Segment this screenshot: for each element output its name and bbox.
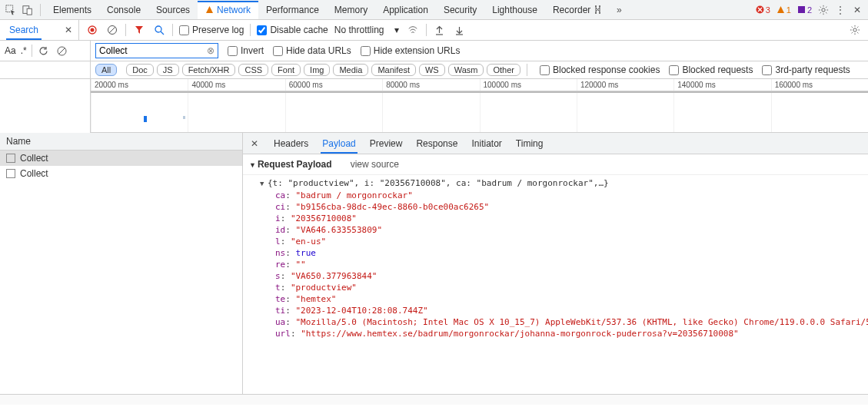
detail-tab-payload[interactable]: Payload xyxy=(321,134,357,154)
payload-property[interactable]: id: "VA646.633553809" xyxy=(275,224,859,236)
payload-property[interactable]: l: "en-us" xyxy=(275,236,859,247)
separator xyxy=(426,24,427,36)
payload-property[interactable]: i: "20356710008" xyxy=(275,213,859,224)
refresh-icon[interactable] xyxy=(37,44,51,58)
view-source-link[interactable]: view source xyxy=(351,159,399,170)
type-pill-doc[interactable]: Doc xyxy=(126,64,154,76)
hide-data-urls-checkbox[interactable]: Hide data URLs xyxy=(273,45,351,56)
payload-property[interactable]: url: "https://www.hemtex.se/badrum/morgo… xyxy=(275,328,859,339)
preserve-log-checkbox[interactable]: Preserve log xyxy=(179,25,244,35)
network-settings-gear-icon[interactable] xyxy=(848,23,862,37)
request-row[interactable]: Collect xyxy=(0,151,242,166)
payload-property[interactable]: ua: "Mozilla/5.0 (Macintosh; Intel Mac O… xyxy=(275,316,859,328)
detail-tab-response[interactable]: Response xyxy=(414,134,459,154)
search-tab-label[interactable]: Search xyxy=(6,21,42,40)
type-pill-manifest[interactable]: Manifest xyxy=(371,64,416,76)
main-content: Name CollectCollect ✕ HeadersPayloadPrev… xyxy=(0,133,868,394)
tab-network[interactable]: Network xyxy=(198,1,258,19)
payload-property[interactable]: te: "hemtex" xyxy=(275,293,859,305)
timeline-tick: 20000 ms xyxy=(91,79,188,91)
search-icon[interactable] xyxy=(152,23,166,37)
type-pill-img[interactable]: Img xyxy=(304,64,330,76)
timeline-overview[interactable] xyxy=(91,91,868,133)
errors-badge[interactable]: 3 xyxy=(756,5,770,15)
svg-line-15 xyxy=(161,31,164,35)
third_party-checkbox[interactable]: 3rd-party requests xyxy=(762,65,850,75)
hide-ext-urls-checkbox[interactable]: Hide extension URLs xyxy=(361,45,461,56)
export-har-icon[interactable] xyxy=(453,23,467,37)
payload-summary-row[interactable]: ▼{t: "productview", i: "20356710008", ca… xyxy=(260,177,859,190)
separator xyxy=(527,64,527,76)
more-tabs-icon[interactable]: » xyxy=(611,2,627,18)
tab-security[interactable]: Security xyxy=(436,1,484,19)
clear-search-icon[interactable] xyxy=(55,44,69,58)
type-pill-font[interactable]: Font xyxy=(271,64,301,76)
detail-tab-initiator[interactable]: Initiator xyxy=(470,134,503,154)
type-pill-ws[interactable]: WS xyxy=(419,64,445,76)
invert-checkbox[interactable]: Invert xyxy=(228,45,264,56)
type-pill-css[interactable]: CSS xyxy=(238,64,268,76)
match-case-toggle[interactable]: Aa xyxy=(5,45,16,56)
detail-tab-headers[interactable]: Headers xyxy=(272,134,310,154)
tab-elements[interactable]: Elements xyxy=(45,1,99,19)
payload-property[interactable]: re: "" xyxy=(275,259,859,270)
name-column-header[interactable]: Name xyxy=(0,133,242,151)
filter-input[interactable]: ⊗ xyxy=(95,43,218,58)
clear-icon[interactable] xyxy=(105,23,119,37)
type-pill-js[interactable]: JS xyxy=(157,64,179,76)
tab-performance[interactable]: Performance xyxy=(258,1,327,19)
record-icon[interactable] xyxy=(85,23,99,37)
payload-section-header[interactable]: ▼Request Payload view source xyxy=(243,154,868,175)
network-conditions-icon[interactable] xyxy=(406,23,420,37)
detail-tab-preview[interactable]: Preview xyxy=(368,134,404,154)
svg-point-3 xyxy=(595,5,597,7)
import-har-icon[interactable] xyxy=(433,23,447,37)
separator xyxy=(172,24,173,36)
svg-point-11 xyxy=(91,28,95,32)
detail-tab-timing[interactable]: Timing xyxy=(514,134,545,154)
type-pill-fetch-xhr[interactable]: Fetch/XHR xyxy=(182,64,236,76)
payload-property[interactable]: t: "productview" xyxy=(275,282,859,293)
tab-lighthouse[interactable]: Lighthouse xyxy=(484,1,545,19)
disable-cache-checkbox[interactable]: Disable cache xyxy=(257,25,328,35)
warnings-badge[interactable]: 1 xyxy=(777,5,791,15)
payload-property[interactable]: ca: "badrum / morgonrockar" xyxy=(275,190,859,201)
filter-input-field[interactable] xyxy=(99,45,207,56)
close-devtools-icon[interactable]: ✕ xyxy=(850,2,865,18)
tab-console[interactable]: Console xyxy=(99,1,148,19)
kebab-menu-icon[interactable]: ⋮ xyxy=(833,2,848,18)
svg-point-14 xyxy=(155,26,161,32)
tab-recorder[interactable]: Recorder xyxy=(545,1,610,19)
device-toggle-icon[interactable] xyxy=(20,2,35,18)
tab-memory[interactable]: Memory xyxy=(327,1,375,19)
search-tools: Aa .* xyxy=(0,41,91,61)
type-pill-wasm[interactable]: Wasm xyxy=(448,64,484,76)
blocked_req-checkbox[interactable]: Blocked requests xyxy=(669,65,753,75)
warnings-count: 1 xyxy=(787,5,791,15)
payload-body: ▼{t: "productview", i: "20356710008", ca… xyxy=(243,175,868,346)
timeline-ruler[interactable]: 20000 ms40000 ms60000 ms80000 ms100000 m… xyxy=(91,79,868,91)
clear-filter-icon[interactable]: ⊗ xyxy=(207,45,215,56)
payload-property[interactable]: ti: "2023-12-04T10:28:08.744Z" xyxy=(275,305,859,316)
payload-property[interactable]: s: "VA650.377963844" xyxy=(275,270,859,282)
tab-application[interactable]: Application xyxy=(375,1,436,19)
type-pill-other[interactable]: Other xyxy=(487,64,520,76)
separator xyxy=(125,24,126,36)
type-filter-row: AllDocJSFetch/XHRCSSFontImgMediaManifest… xyxy=(0,61,868,79)
filter-icon[interactable] xyxy=(132,23,146,37)
close-detail-icon[interactable]: ✕ xyxy=(248,138,261,149)
tab-sources[interactable]: Sources xyxy=(148,1,198,19)
inspect-icon[interactable] xyxy=(3,2,18,18)
type-pill-media[interactable]: Media xyxy=(333,64,368,76)
regex-toggle[interactable]: .* xyxy=(21,45,27,56)
request-row[interactable]: Collect xyxy=(0,166,242,181)
throttling-select[interactable]: No throttling ▾ xyxy=(334,25,400,35)
svg-point-9 xyxy=(822,8,825,11)
settings-gear-icon[interactable] xyxy=(816,2,831,18)
blocked_cookies-checkbox[interactable]: Blocked response cookies xyxy=(540,65,660,75)
payload-property[interactable]: ci: "b9156cba-98dc-49ec-8860-b0ce00ac626… xyxy=(275,201,859,213)
issues-badge[interactable]: 2 xyxy=(797,5,812,15)
type-pill-all[interactable]: All xyxy=(95,64,117,76)
payload-property[interactable]: ns: true xyxy=(275,247,859,259)
close-search-icon[interactable]: ✕ xyxy=(65,25,72,35)
